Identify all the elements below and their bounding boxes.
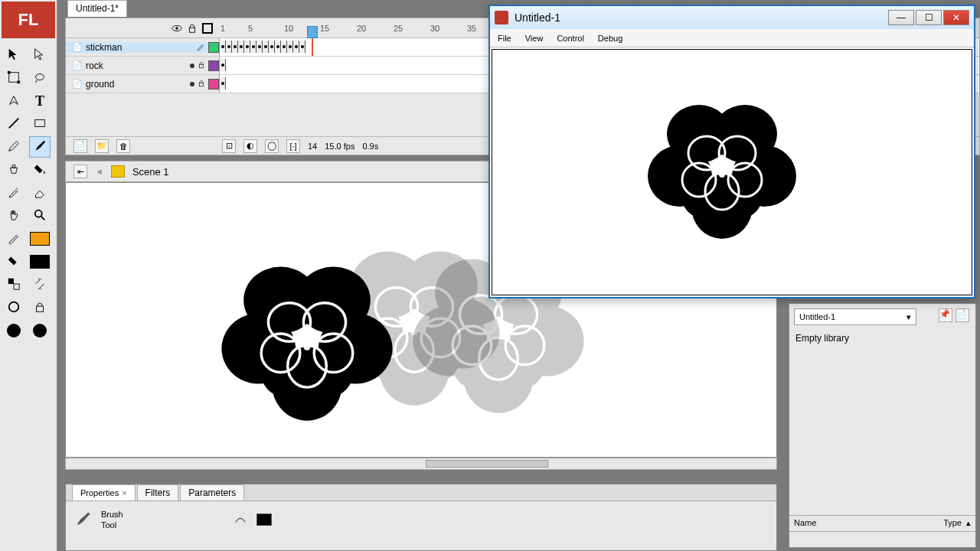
zoom-tool[interactable] [29, 205, 51, 227]
ruler-mark: 1 [220, 24, 225, 33]
line-icon [7, 116, 21, 132]
svg-rect-0 [9, 73, 19, 83]
svg-point-80 [720, 162, 724, 167]
eyedropper-icon [7, 185, 21, 201]
svg-rect-10 [37, 306, 44, 311]
playhead[interactable] [312, 38, 313, 56]
pin-library-button[interactable]: 📌 [939, 308, 952, 322]
tab-parameters[interactable]: Parameters [180, 484, 244, 500]
bucket-mini-icon [7, 254, 21, 269]
keyframes [220, 41, 305, 53]
free-transform-tool[interactable] [3, 67, 24, 89]
library-status: Empty library [789, 330, 975, 347]
line-tool[interactable] [3, 113, 24, 135]
close-icon[interactable]: × [122, 488, 126, 497]
stroke-color[interactable] [3, 228, 24, 249]
lasso-tool[interactable] [29, 67, 51, 89]
dot-icon [190, 64, 194, 68]
option-lock-fill[interactable] [29, 297, 51, 318]
visibility-icon[interactable] [172, 23, 182, 34]
scroll-thumb[interactable] [426, 460, 548, 468]
pencil-edit-icon [196, 42, 205, 53]
close-button[interactable]: ✕ [943, 10, 969, 25]
maximize-button[interactable]: ☐ [916, 10, 942, 25]
black-swatch [30, 255, 50, 269]
new-folder-button[interactable]: 📁 [95, 139, 109, 153]
svg-point-57 [299, 336, 306, 343]
keyframes [220, 77, 226, 90]
horizontal-scrollbar[interactable] [65, 458, 777, 470]
column-type[interactable]: Type [943, 518, 962, 529]
swf-preview-window[interactable]: Untitled-1 — ☐ ✕ File View Control Debug [488, 5, 975, 298]
back-arrow-icon[interactable]: ◄ [95, 167, 103, 176]
center-frame-button[interactable]: ⊡ [222, 139, 236, 153]
column-name[interactable]: Name [794, 518, 943, 529]
hand-tool[interactable] [3, 205, 24, 227]
layer-color-indicator [208, 79, 219, 90]
ink-bottle-tool[interactable] [3, 159, 24, 181]
brush-size-option[interactable] [3, 320, 24, 341]
menu-control[interactable]: Control [557, 34, 583, 43]
menu-view[interactable]: View [525, 34, 544, 43]
minimize-button[interactable]: — [888, 10, 914, 25]
selection-tool[interactable] [3, 44, 24, 66]
menu-debug[interactable]: Debug [598, 34, 622, 43]
brush-tool[interactable] [29, 136, 51, 158]
stage-flower [219, 252, 395, 428]
onion-skin-button[interactable]: ◐ [243, 139, 257, 153]
default-icon [33, 277, 47, 292]
svg-rect-8 [14, 284, 19, 289]
app-logo: FL [2, 2, 55, 38]
text-tool[interactable]: T [29, 90, 51, 112]
ruler-mark: 25 [394, 24, 403, 33]
properties-tabs: Properties× Filters Parameters [66, 484, 776, 501]
circle-outline-icon [7, 300, 21, 315]
svg-point-9 [9, 302, 19, 312]
playhead-marker-icon [307, 26, 318, 38]
pen-tool[interactable] [3, 90, 24, 112]
arrow-icon [7, 47, 21, 63]
tool-name-label: Brush Tool [101, 509, 123, 531]
rectangle-tool[interactable] [29, 113, 51, 135]
lock-header-icon[interactable] [187, 23, 198, 34]
fill-color[interactable] [3, 251, 24, 272]
svg-rect-7 [8, 279, 14, 284]
brush-shape-round-icon [33, 324, 47, 337]
fill-swatch[interactable] [29, 251, 51, 272]
paint-bucket-tool[interactable] [29, 159, 51, 181]
text-icon: T [35, 93, 44, 109]
properties-panel: Properties× Filters Parameters Brush Too… [65, 484, 777, 551]
ruler-mark: 20 [357, 24, 366, 33]
tab-filters[interactable]: Filters [137, 484, 179, 500]
fill-color-swatch[interactable] [256, 514, 272, 526]
new-library-button[interactable]: 📄 [956, 308, 969, 322]
swap-colors[interactable] [3, 274, 24, 295]
pencil-mini-icon [7, 231, 21, 246]
smoothing-icon[interactable] [234, 512, 247, 527]
menu-file[interactable]: File [498, 34, 511, 43]
pencil-tool[interactable] [3, 136, 24, 158]
library-document-select[interactable]: Untitled-1 ▾ [794, 308, 916, 325]
scene-name[interactable]: Scene 1 [132, 166, 169, 178]
onion-outline-button[interactable]: ◯ [265, 139, 279, 153]
eraser-tool[interactable] [29, 182, 51, 204]
new-layer-button[interactable]: 📄 [74, 139, 87, 153]
eraser-icon [33, 185, 47, 201]
edit-multiple-button[interactable]: [·] [286, 139, 300, 153]
fps-value: 15.0 fps [325, 142, 354, 151]
edit-scene-button[interactable]: ⇤ [74, 165, 87, 178]
subselection-tool[interactable] [29, 44, 51, 66]
window-titlebar[interactable]: Untitled-1 — ☐ ✕ [490, 6, 974, 29]
outline-header-icon[interactable] [202, 23, 213, 34]
svg-line-3 [9, 119, 19, 129]
default-colors[interactable] [29, 274, 51, 295]
document-tab[interactable]: Untitled-1* [67, 0, 127, 17]
delete-layer-button[interactable]: 🗑 [116, 139, 130, 153]
tab-properties[interactable]: Properties× [72, 484, 136, 500]
svg-point-62 [305, 333, 310, 338]
option-object-drawing[interactable] [3, 297, 24, 318]
sort-icon[interactable]: ▴ [966, 518, 971, 529]
brush-shape-option[interactable] [29, 320, 51, 341]
eyedropper-tool[interactable] [3, 182, 24, 204]
stroke-swatch[interactable] [29, 228, 51, 249]
